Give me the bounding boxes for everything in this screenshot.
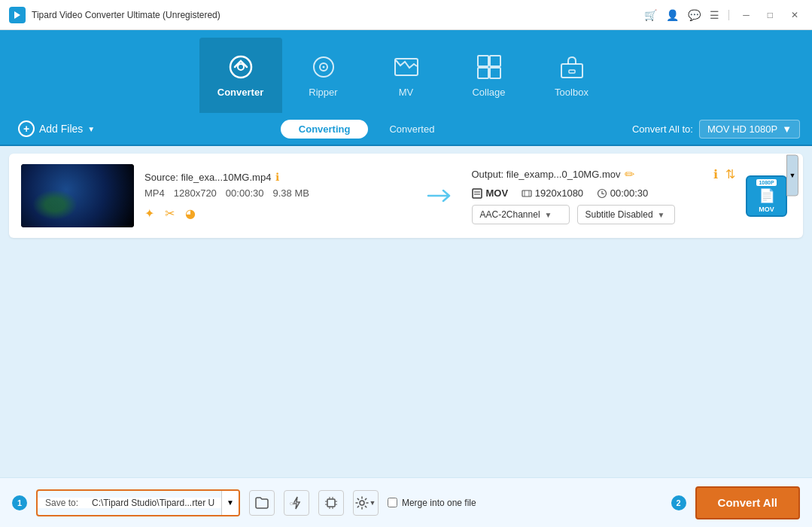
nav-ripper[interactable]: Ripper xyxy=(282,38,365,113)
output-duration: 00:00:30 xyxy=(597,187,648,200)
settings-button[interactable]: ▼ xyxy=(353,490,379,516)
svg-point-5 xyxy=(322,65,324,68)
save-to-chevron-icon: ▼ xyxy=(227,498,234,507)
svg-rect-21 xyxy=(327,499,335,507)
close-button[interactable]: ✕ xyxy=(786,8,803,22)
main-content: Source: file_exa...10MG.mp4 ℹ MP4 1280x7… xyxy=(0,146,812,477)
add-circle-icon: + xyxy=(18,120,35,137)
menu-icon[interactable]: ☰ xyxy=(710,9,719,21)
format-badge-thumb: 1080P 📄 MOV ▼ xyxy=(746,175,791,217)
add-files-dropdown-icon[interactable]: ▼ xyxy=(87,125,95,133)
format-badge-dropdown-button[interactable]: ▼ xyxy=(786,154,798,196)
audio-dropdown-value: AAC-2Channel xyxy=(480,209,540,220)
restore-button[interactable]: □ xyxy=(763,8,777,22)
converted-tab[interactable]: Converted xyxy=(371,120,452,139)
minimize-button[interactable]: ─ xyxy=(738,8,754,22)
merge-checkbox-group: Merge into one file xyxy=(388,498,662,508)
cart-icon[interactable]: 🛒 xyxy=(644,9,657,21)
nav-toolbox[interactable]: Toolbox xyxy=(531,38,613,113)
file-source-row: Source: file_exa...10MG.mp4 ℹ xyxy=(144,171,409,183)
navbar: Converter Ripper MV Collage xyxy=(0,30,812,113)
file-resolution: 1280x720 xyxy=(174,187,217,199)
svg-text:OFF: OFF xyxy=(290,501,299,506)
svg-rect-11 xyxy=(561,64,582,78)
format-label: MOV HD 1080P xyxy=(707,123,777,135)
cpu-button[interactable] xyxy=(318,490,344,516)
source-label: Source: file_exa...10MG.mp4 xyxy=(144,172,271,183)
conversion-arrow xyxy=(419,187,461,204)
nav-collage-label: Collage xyxy=(472,87,505,98)
format-badge-label: MOV xyxy=(759,206,774,213)
file-duration: 00:00:30 xyxy=(226,187,264,199)
svg-marker-0 xyxy=(14,11,20,19)
nav-collage[interactable]: Collage xyxy=(448,38,531,113)
sparkle-icon[interactable]: ✦ xyxy=(144,206,154,221)
output-path-row: Output: file_examp...0_10MG.mov ✏ ℹ ⇅ xyxy=(472,167,736,181)
palette-icon[interactable]: ◕ xyxy=(185,206,196,221)
titlebar: Tipard Video Converter Ultimate (Unregis… xyxy=(0,0,812,30)
file-details-row: MP4 1280x720 00:00:30 9.38 MB xyxy=(144,187,409,199)
merge-label: Merge into one file xyxy=(402,498,476,508)
output-label: Output: file_examp...0_10MG.mov xyxy=(472,169,621,180)
chat-icon[interactable]: 💬 xyxy=(688,9,701,21)
svg-rect-6 xyxy=(395,59,418,75)
nav-ripper-label: Ripper xyxy=(309,87,337,98)
app-title: Tipard Video Converter Ultimate (Unregis… xyxy=(32,10,644,20)
file-size: 9.38 MB xyxy=(272,187,309,199)
save-to-path-input[interactable] xyxy=(86,498,221,508)
svg-point-2 xyxy=(238,64,244,70)
subtitle-chevron-icon: ▼ xyxy=(658,211,665,219)
output-format-badge: MOV xyxy=(472,187,509,199)
svg-point-30 xyxy=(360,501,364,505)
nav-converter-label: Converter xyxy=(217,87,263,98)
nav-mv[interactable]: MV xyxy=(365,38,448,113)
info-output-icon[interactable]: ℹ xyxy=(713,167,718,181)
nav-mv-label: MV xyxy=(399,87,414,98)
swap-icon[interactable]: ⇅ xyxy=(725,167,735,181)
bottombar: 1 Save to: ▼ OFF xyxy=(0,477,812,527)
flash-button[interactable]: OFF xyxy=(284,490,309,516)
file-thumbnail xyxy=(21,164,134,227)
toolbar: + Add Files ▼ Converting Converted Conve… xyxy=(0,113,812,146)
chevron-down-icon: ▼ xyxy=(782,123,792,135)
cut-icon[interactable]: ✂ xyxy=(165,206,175,221)
output-format-row: MOV 1920x1080 00:00:30 xyxy=(472,187,736,200)
separator xyxy=(728,10,729,20)
svg-rect-9 xyxy=(478,68,488,78)
converting-tab[interactable]: Converting xyxy=(281,120,369,139)
svg-rect-7 xyxy=(478,56,488,66)
nav-toolbox-label: Toolbox xyxy=(555,87,588,98)
output-dropdowns: AAC-2Channel ▼ Subtitle Disabled ▼ xyxy=(472,205,736,224)
step2-badge: 2 xyxy=(671,495,686,510)
merge-checkbox[interactable] xyxy=(388,498,397,507)
save-to-group: Save to: ▼ xyxy=(36,489,240,516)
save-to-dropdown-button[interactable]: ▼ xyxy=(221,491,239,515)
info-icon[interactable]: ℹ xyxy=(275,171,279,183)
audio-dropdown[interactable]: AAC-2Channel ▼ xyxy=(472,205,570,224)
subtitle-dropdown[interactable]: Subtitle Disabled ▼ xyxy=(577,205,675,224)
file-item-card: Source: file_exa...10MG.mp4 ℹ MP4 1280x7… xyxy=(9,154,803,238)
svg-rect-13 xyxy=(473,189,482,198)
tab-group: Converting Converted xyxy=(101,120,632,139)
thumbnail-image xyxy=(21,164,134,227)
format-badge-resolution: 1080P xyxy=(756,179,776,186)
svg-rect-16 xyxy=(522,190,531,196)
format-select-button[interactable]: MOV HD 1080P ▼ xyxy=(699,120,800,139)
format-thumb-box[interactable]: 1080P 📄 MOV xyxy=(746,175,787,217)
edit-icon[interactable]: ✏ xyxy=(625,167,634,181)
output-action-icons: ℹ ⇅ xyxy=(713,167,735,181)
audio-chevron-icon: ▼ xyxy=(545,211,552,219)
convert-all-to-group: Convert All to: MOV HD 1080P ▼ xyxy=(632,120,800,139)
file-action-icons: ✦ ✂ ◕ xyxy=(144,206,409,221)
subtitle-dropdown-value: Subtitle Disabled xyxy=(585,209,653,220)
add-files-button[interactable]: + Add Files ▼ xyxy=(12,117,101,140)
convert-all-button[interactable]: Convert All xyxy=(695,486,800,519)
app-logo xyxy=(9,7,26,23)
nav-converter[interactable]: Converter xyxy=(199,38,282,113)
browse-folder-button[interactable] xyxy=(249,490,275,516)
user-icon[interactable]: 👤 xyxy=(666,9,679,21)
window-controls: 🛒 👤 💬 ☰ ─ □ ✕ xyxy=(644,8,803,22)
file-format: MP4 xyxy=(144,187,165,199)
step1-badge: 1 xyxy=(12,495,27,510)
add-files-label: Add Files xyxy=(39,123,83,135)
